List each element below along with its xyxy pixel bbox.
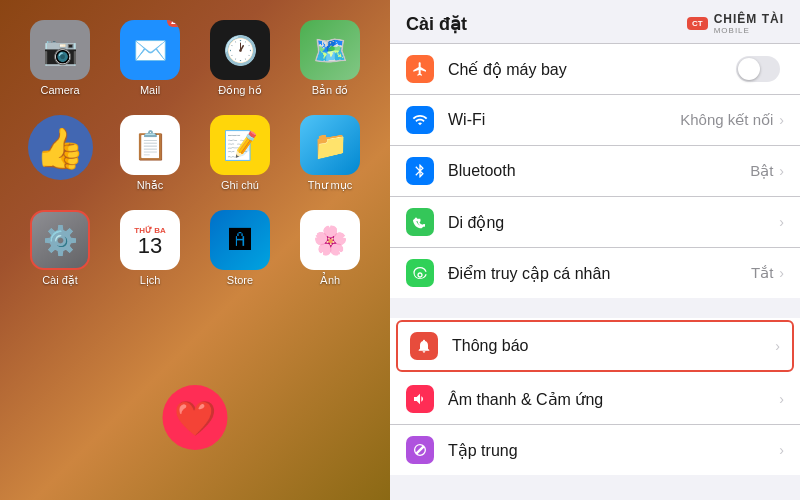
files-icon-bg: 📁 [300,115,360,175]
bluetooth-label: Bluetooth [448,162,750,180]
notifications-chevron: › [775,338,780,354]
settings-section-1: Chế độ máy bay Wi-Fi Không kết nối › Blu… [390,44,800,298]
app-photos[interactable]: 🌸 Ảnh [290,210,370,287]
hotspot-label: Điểm truy cập cá nhân [448,264,751,283]
settings-section-2: Thông báo › Âm thanh & Cảm ứng › Tập tru… [390,318,800,475]
settings-title: Cài đặt [406,13,467,35]
app-clock[interactable]: 🕐 Đồng hồ [200,20,280,97]
separator-1 [390,298,800,318]
heart-icon-bg: ❤️ [163,385,228,450]
app-calendar[interactable]: THỨ BA 13 Lịch [110,210,190,287]
calendar-label: Lịch [140,274,161,287]
app-reminders[interactable]: 📋 Nhắc [110,115,190,192]
maps-icon-bg: 🗺️ [300,20,360,80]
row-sound[interactable]: Âm thanh & Cảm ứng › [390,374,800,425]
photos-label: Ảnh [320,274,340,287]
airplane-label: Chế độ máy bay [448,60,736,79]
settings-header: Cài đặt CT CHIÊM TÀI MOBILE [390,0,800,44]
wifi-icon [406,106,434,134]
row-bluetooth[interactable]: Bluetooth Bật › [390,146,800,197]
app-notes[interactable]: 📝 Ghi chú [200,115,280,192]
calendar-date: 13 [138,235,162,257]
photos-icon-bg: 🌸 [300,210,360,270]
focus-icon [406,436,434,464]
notes-label: Ghi chú [221,179,259,191]
app-maps[interactable]: 🗺️ Bản đồ [290,20,370,97]
files-label: Thư mục [308,179,353,192]
sound-icon [406,385,434,413]
calendar-icon-bg: THỨ BA 13 [120,210,180,270]
focus-chevron: › [779,442,784,458]
notifications-icon [410,332,438,360]
app-camera[interactable]: 📷 Camera [20,20,100,97]
row-focus[interactable]: Tập trung › [390,425,800,475]
logo-badge: CT [687,17,708,30]
airplane-icon [406,55,434,83]
left-panel: 📷 Camera ✉️ 24 Mail 🕐 Đồng hồ 🗺️ Bản đồ … [0,0,390,500]
app-facebook[interactable]: 👍 [20,115,100,192]
appstore-label: Store [227,274,253,286]
app-heart[interactable]: ❤️ [163,385,228,450]
mail-icon-bg: ✉️ 24 [120,20,180,80]
mobile-label: Di động [448,213,779,232]
notes-icon-bg: 📝 [210,115,270,175]
wifi-label: Wi-Fi [448,111,680,129]
chiemtai-logo: CT CHIÊM TÀI MOBILE [687,12,784,35]
camera-label: Camera [40,84,79,96]
mail-label: Mail [140,84,160,96]
row-mobile[interactable]: Di động › [390,197,800,248]
notifications-label: Thông báo [452,337,775,355]
row-notifications[interactable]: Thông báo › [396,320,794,372]
maps-label: Bản đồ [312,84,349,97]
bluetooth-chevron: › [779,163,784,179]
reminders-icon-bg: 📋 [120,115,180,175]
mobile-chevron: › [779,214,784,230]
app-mail[interactable]: ✉️ 24 Mail [110,20,190,97]
clock-label: Đồng hồ [218,84,261,97]
row-airplane[interactable]: Chế độ máy bay [390,44,800,95]
row-hotspot[interactable]: Điểm truy cập cá nhân Tắt › [390,248,800,298]
app-files[interactable]: 📁 Thư mục [290,115,370,192]
mail-badge: 24 [167,20,180,27]
camera-icon-bg: 📷 [30,20,90,80]
airplane-toggle-knob [738,58,760,80]
clock-icon-bg: 🕐 [210,20,270,80]
facebook-icon-bg: 👍 [28,115,93,180]
app-settings[interactable]: ⚙️ Cài đặt [20,210,100,287]
app-appstore[interactable]: 🅰 Store [200,210,280,287]
sound-label: Âm thanh & Cảm ứng [448,390,779,409]
settings-icon-bg: ⚙️ [30,210,90,270]
row-wifi[interactable]: Wi-Fi Không kết nối › [390,95,800,146]
app-grid: 📷 Camera ✉️ 24 Mail 🕐 Đồng hồ 🗺️ Bản đồ … [20,20,370,287]
hotspot-chevron: › [779,265,784,281]
airplane-toggle[interactable] [736,56,780,82]
hotspot-value: Tắt [751,264,773,282]
sound-chevron: › [779,391,784,407]
logo-sub: MOBILE [714,26,784,35]
right-panel: Cài đặt CT CHIÊM TÀI MOBILE Chế độ máy b… [390,0,800,500]
reminders-label: Nhắc [137,179,164,192]
mobile-icon [406,208,434,236]
appstore-icon-bg: 🅰 [210,210,270,270]
logo-name: CHIÊM TÀI [714,12,784,26]
focus-label: Tập trung [448,441,779,460]
settings-label: Cài đặt [42,274,78,287]
wifi-value: Không kết nối [680,111,773,129]
wifi-chevron: › [779,112,784,128]
bluetooth-value: Bật [750,162,773,180]
bluetooth-icon [406,157,434,185]
hotspot-icon [406,259,434,287]
